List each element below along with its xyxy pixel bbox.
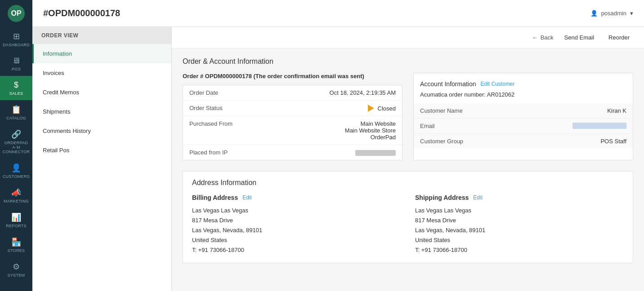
page-title: #OPDM000000178 bbox=[43, 8, 120, 18]
reports-icon: 📊 bbox=[11, 212, 21, 222]
shipping-address-title: Shipping Address bbox=[415, 194, 469, 201]
right-panel: ← Back Send Email Reorder Order & Accoun… bbox=[172, 27, 644, 291]
back-button[interactable]: ← Back bbox=[532, 34, 554, 41]
catalog-icon: 📋 bbox=[11, 105, 21, 115]
sidebar-item-label: Reports bbox=[6, 224, 26, 228]
order-account-section-title: Order & Account Information bbox=[183, 57, 633, 66]
sidebar-item-marketing[interactable]: 📣 Marketing bbox=[0, 183, 32, 208]
address-section: Address Information Billing Address Edit… bbox=[183, 171, 633, 263]
nav-item-retail-pos[interactable]: Retail Pos bbox=[32, 141, 171, 160]
page-content: Order & Account Information Order # OPDM… bbox=[172, 48, 644, 281]
shipping-address-header: Shipping Address Edit bbox=[415, 194, 624, 201]
shipping-address-text: Las Vegas Las Vegas 817 Mesa Drive Las V… bbox=[415, 206, 624, 255]
sidebar-item-label: Sales bbox=[9, 91, 23, 96]
user-menu[interactable]: 👤 posadmin ▾ bbox=[590, 10, 633, 17]
edit-customer-link[interactable]: Edit Customer bbox=[481, 81, 515, 87]
sidebar-item-label: Dashboard bbox=[3, 43, 30, 47]
acumatica-order-number: Acumatica order number: AR012062 bbox=[414, 91, 633, 103]
email-blurred bbox=[572, 123, 626, 129]
arrow-right-icon bbox=[368, 105, 374, 112]
marketing-icon: 📣 bbox=[11, 188, 21, 198]
sidebar-item-sales[interactable]: $ Sales bbox=[0, 76, 32, 100]
order-info-box: Order # OPDM000000178 (The order confirm… bbox=[183, 73, 402, 160]
shipping-address-block: Shipping Address Edit Las Vegas Las Vega… bbox=[415, 194, 624, 255]
logo[interactable]: OP bbox=[0, 0, 32, 27]
main-content: #OPDM000000178 👤 posadmin ▾ ORDER VIEW I… bbox=[32, 0, 644, 291]
sidebar-item-label: Catalog bbox=[6, 116, 26, 120]
order-status-value: Closed bbox=[368, 105, 396, 112]
chevron-down-icon: ▾ bbox=[630, 10, 633, 17]
sidebar-item-label: OrderPad A-M Connector bbox=[2, 141, 31, 154]
sidebar-item-label: System bbox=[8, 273, 25, 278]
logo-icon: OP bbox=[8, 5, 25, 22]
send-email-button[interactable]: Send Email bbox=[561, 32, 598, 43]
ip-blurred bbox=[355, 150, 396, 156]
billing-address-header: Billing Address Edit bbox=[192, 194, 401, 201]
customers-icon: 👤 bbox=[11, 163, 21, 173]
sidebar-item-dashboard[interactable]: ⊞ Dashboard bbox=[0, 27, 32, 52]
sidebar-item-label: Stores bbox=[8, 248, 25, 253]
placed-from-ip-row: Placed from IP bbox=[183, 145, 402, 160]
sidebar: OP ⊞ Dashboard 🖥 POS $ Sales 📋 Catalog 🔗… bbox=[0, 0, 32, 291]
order-view-header: ORDER VIEW bbox=[32, 27, 171, 44]
order-date-row: Order Date Oct 18, 2024, 2:19:35 AM bbox=[183, 85, 402, 101]
sidebar-item-connector[interactable]: 🔗 OrderPad A-M Connector bbox=[0, 125, 32, 159]
order-header-text: Order # OPDM000000178 (The order confirm… bbox=[183, 73, 402, 79]
nav-item-invoices[interactable]: Invoices bbox=[32, 63, 171, 83]
account-info-title: Account Information bbox=[420, 80, 476, 88]
pos-icon: 🖥 bbox=[12, 56, 20, 66]
left-nav-panel: ORDER VIEW Information Invoices Credit M… bbox=[32, 27, 172, 291]
sidebar-item-customers[interactable]: 👤 Customers bbox=[0, 159, 32, 183]
sidebar-item-label: Marketing bbox=[4, 199, 29, 203]
stores-icon: 🏪 bbox=[11, 237, 21, 247]
address-columns: Billing Address Edit Las Vegas Las Vegas… bbox=[192, 194, 624, 255]
sales-icon: $ bbox=[14, 80, 18, 90]
address-section-title: Address Information bbox=[192, 179, 624, 187]
connector-icon: 🔗 bbox=[11, 129, 21, 139]
content-area: ORDER VIEW Information Invoices Credit M… bbox=[32, 27, 644, 291]
nav-item-credit-memos[interactable]: Credit Memos bbox=[32, 83, 171, 102]
account-info-header: Account Information Edit Customer bbox=[414, 73, 633, 88]
nav-item-information[interactable]: Information bbox=[32, 44, 171, 63]
billing-address-text: Las Vegas Las Vegas 817 Mesa Drive Las V… bbox=[192, 206, 401, 255]
order-account-grid: Order # OPDM000000178 (The order confirm… bbox=[183, 73, 633, 160]
email-row: Email bbox=[414, 119, 633, 134]
purchased-from-row: Purchased From Main Website Main Website… bbox=[183, 116, 402, 145]
system-icon: ⚙ bbox=[13, 262, 20, 272]
customer-group-row: Customer Group POS Staff bbox=[414, 134, 633, 149]
sidebar-item-label: POS bbox=[12, 67, 21, 71]
dashboard-icon: ⊞ bbox=[13, 31, 20, 41]
sidebar-item-reports[interactable]: 📊 Reports bbox=[0, 208, 32, 233]
order-status-row: Order Status Closed bbox=[183, 101, 402, 116]
reorder-button[interactable]: Reorder bbox=[605, 32, 633, 43]
nav-item-comments-history[interactable]: Comments History bbox=[32, 121, 171, 141]
sidebar-item-system[interactable]: ⚙ System bbox=[0, 257, 32, 282]
billing-address-block: Billing Address Edit Las Vegas Las Vegas… bbox=[192, 194, 401, 255]
order-details-table: Order Date Oct 18, 2024, 2:19:35 AM Orde… bbox=[183, 85, 402, 160]
back-arrow-icon: ← bbox=[532, 34, 538, 41]
customer-name-row: Customer Name Kiran K bbox=[414, 103, 633, 119]
topbar: #OPDM000000178 👤 posadmin ▾ bbox=[32, 0, 644, 27]
username: posadmin bbox=[601, 10, 626, 17]
sidebar-item-catalog[interactable]: 📋 Catalog bbox=[0, 100, 32, 125]
shipping-edit-link[interactable]: Edit bbox=[473, 194, 483, 201]
billing-address-title: Billing Address bbox=[192, 194, 238, 201]
account-info-box: Account Information Edit Customer Acumat… bbox=[413, 73, 633, 160]
user-icon: 👤 bbox=[590, 10, 598, 17]
nav-item-shipments[interactable]: Shipments bbox=[32, 102, 171, 121]
sidebar-item-stores[interactable]: 🏪 Stores bbox=[0, 233, 32, 257]
sidebar-item-pos[interactable]: 🖥 POS bbox=[0, 52, 32, 76]
sidebar-item-label: Customers bbox=[3, 174, 30, 179]
billing-edit-link[interactable]: Edit bbox=[242, 194, 252, 201]
action-bar: ← Back Send Email Reorder bbox=[172, 27, 644, 48]
